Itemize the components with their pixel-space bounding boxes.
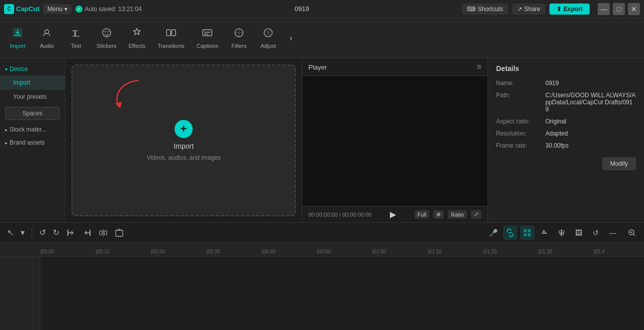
- filters-icon: [233, 27, 245, 41]
- menu-chevron-icon: ▾: [64, 6, 67, 13]
- stickers-icon: [101, 27, 112, 41]
- close-button[interactable]: ✕: [628, 3, 640, 15]
- mic-button[interactable]: 🎤: [486, 226, 500, 240]
- tool-stickers[interactable]: Stickers: [92, 24, 121, 52]
- menu-button[interactable]: Menu ▾: [43, 4, 71, 14]
- cursor-tool-button[interactable]: ↖: [5, 226, 16, 239]
- share-button[interactable]: ↗ Share: [512, 4, 545, 15]
- cursor-dropdown-button[interactable]: ▾: [19, 226, 27, 239]
- crop-icon: ⊕: [436, 211, 441, 217]
- tool-adjust[interactable]: Adjust: [255, 24, 282, 52]
- stock-section[interactable]: ▸ Stock mater...: [0, 123, 65, 136]
- trim-end-button[interactable]: [80, 226, 94, 239]
- stickers-label: Stickers: [97, 43, 116, 49]
- undo-button[interactable]: ↺: [37, 226, 48, 239]
- import-drop-area: + Import Videos, audios, and images: [65, 58, 302, 222]
- minimize-button[interactable]: —: [598, 3, 610, 15]
- detail-resolution-row: Resolution: Adapted: [496, 130, 636, 137]
- share-icon: ↗: [517, 6, 522, 13]
- modify-button[interactable]: Modify: [602, 157, 636, 170]
- timeline-content: ▭ Drag material here and start to create: [0, 257, 644, 330]
- filters-label: Filters: [231, 43, 247, 49]
- device-section[interactable]: ▾ Device: [0, 62, 65, 76]
- path-value: C:/Users/GOOD WILL ALWAYS/AppData/Local/…: [545, 92, 636, 113]
- toolbar-more-button[interactable]: ›: [284, 28, 298, 48]
- text-icon: T: [70, 27, 82, 41]
- import-dropzone[interactable]: + Import Videos, audios, and images: [71, 64, 296, 216]
- resolution-label: Resolution:: [496, 130, 541, 137]
- details-title: Details: [496, 64, 636, 73]
- ruler-mark-9: |01:30: [538, 249, 552, 254]
- left-panel: ▾ Device Import Your presets Spaces ▸ St…: [0, 58, 65, 222]
- svg-rect-17: [104, 231, 107, 235]
- fullscreen-button[interactable]: Full: [415, 210, 430, 219]
- tool-audio[interactable]: Audio: [33, 24, 60, 52]
- play-button[interactable]: ▶: [390, 210, 396, 219]
- framerate-value: 30.00fps: [545, 142, 636, 149]
- history-button[interactable]: ↺: [589, 226, 603, 240]
- redo-button[interactable]: ↻: [51, 226, 61, 239]
- ruler-mark-5: |00:50: [317, 249, 331, 254]
- import-label: Import: [10, 43, 25, 49]
- split-button[interactable]: [97, 226, 110, 239]
- timeline-ruler: |00:00 |00:10 |00:20 |00:30 |00:40 |00:5…: [0, 243, 644, 257]
- player-title: Player: [308, 63, 327, 71]
- svg-rect-18: [116, 230, 123, 236]
- layout-button[interactable]: [520, 226, 534, 240]
- zoom-out-button[interactable]: —: [606, 226, 620, 240]
- autosave-text: Auto saved: 13:21:04: [85, 6, 141, 13]
- player-menu-icon[interactable]: ≡: [477, 62, 481, 72]
- svg-rect-24: [528, 233, 531, 236]
- stock-chevron-icon: ▸: [5, 127, 8, 133]
- captions-icon: [202, 27, 213, 41]
- spaces-button[interactable]: Spaces: [5, 107, 60, 120]
- share-label: Share: [524, 6, 540, 13]
- image-button[interactable]: 🖼: [572, 226, 586, 240]
- maximize-button[interactable]: □: [613, 3, 625, 15]
- ratio-button[interactable]: Ratio: [448, 210, 467, 219]
- svg-rect-6: [172, 30, 176, 36]
- delete-button[interactable]: [113, 226, 126, 239]
- export-icon: ⬆: [556, 6, 561, 13]
- timeline-tracks[interactable]: ▭ Drag material here and start to create: [40, 257, 644, 330]
- tool-import[interactable]: Import: [4, 24, 31, 52]
- trim-start-button[interactable]: [64, 226, 77, 239]
- your-presets-item[interactable]: Your presets: [0, 90, 65, 104]
- brand-assets-label: Brand assets: [10, 139, 45, 146]
- crop-button[interactable]: ⊕: [433, 210, 444, 219]
- import-item[interactable]: Import: [0, 76, 65, 90]
- import-plus-icon: +: [175, 120, 193, 138]
- align-button[interactable]: [554, 226, 569, 240]
- audio-label: Audio: [40, 43, 54, 49]
- ruler-mark-10: |01:4: [594, 249, 605, 254]
- tool-effects[interactable]: Effects: [123, 24, 150, 52]
- menu-label: Menu: [47, 6, 62, 13]
- tool-text[interactable]: T Text: [62, 24, 90, 52]
- magnet-button[interactable]: [537, 226, 551, 240]
- audio-icon: [41, 27, 52, 41]
- tool-captions[interactable]: Captions: [192, 24, 223, 52]
- adjust-label: Adjust: [261, 43, 276, 49]
- app-logo: C CapCut: [4, 4, 39, 14]
- player-viewport: [302, 76, 488, 206]
- link-button[interactable]: [503, 226, 517, 240]
- transitions-label: Transitions: [157, 43, 184, 49]
- content-area: ▾ Device Import Your presets Spaces ▸ St…: [0, 58, 644, 222]
- brand-assets-section[interactable]: ▸ Brand assets: [0, 136, 65, 149]
- shortcuts-button[interactable]: ⌨ Shortcuts: [462, 4, 508, 15]
- timeline-toolbar: ↖ ▾ ↺ ↻ 🎤: [0, 223, 644, 243]
- svg-rect-16: [100, 231, 102, 235]
- expand-button[interactable]: ⤢: [471, 210, 481, 219]
- toolbar: Import Audio T Text Stickers Effects Tra…: [0, 18, 644, 58]
- zoom-in-button[interactable]: [625, 226, 639, 240]
- shortcuts-icon: ⌨: [467, 6, 475, 13]
- title-bar-right: ⌨ Shortcuts ↗ Share ⬆ Export — □ ✕: [462, 3, 640, 15]
- player-time-current: 00:00:00:00 / 00:00:00:00: [308, 212, 371, 218]
- transitions-icon: [166, 27, 177, 41]
- tool-transitions[interactable]: Transitions: [152, 24, 189, 52]
- window-controls: — □ ✕: [598, 3, 640, 15]
- tool-filters[interactable]: Filters: [225, 24, 253, 52]
- text-label: Text: [71, 43, 81, 49]
- export-button[interactable]: ⬆ Export: [549, 4, 590, 15]
- ruler-mark-1: |00:10: [96, 249, 110, 254]
